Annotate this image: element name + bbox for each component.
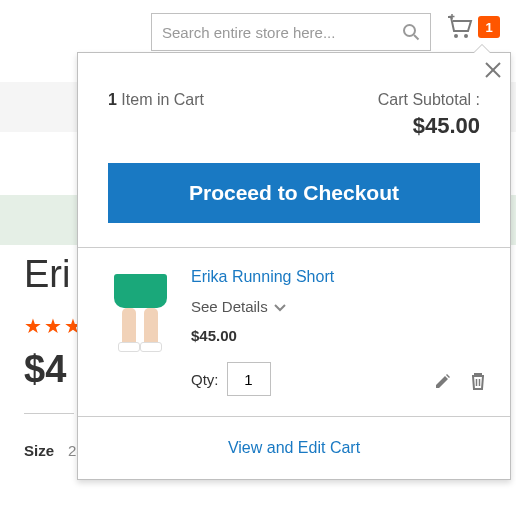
qty-label: Qty: bbox=[191, 371, 219, 388]
rating-stars[interactable]: ★★★ bbox=[24, 314, 85, 338]
cart-item-name[interactable]: Erika Running Short bbox=[191, 268, 480, 286]
subtotal-label: Cart Subtotal : bbox=[378, 91, 480, 109]
cart-item-price: $45.00 bbox=[191, 327, 480, 344]
search-box[interactable] bbox=[151, 13, 431, 51]
view-cart-link[interactable]: View and Edit Cart bbox=[228, 439, 360, 456]
close-icon[interactable] bbox=[484, 61, 502, 83]
svg-point-2 bbox=[454, 34, 458, 38]
cart-item-count: 1 Item in Cart bbox=[108, 91, 204, 139]
proceed-to-checkout-button[interactable]: Proceed to Checkout bbox=[108, 163, 480, 223]
cart-count-badge[interactable]: 1 bbox=[478, 16, 500, 38]
product-price: $4 bbox=[24, 348, 85, 391]
size-attribute: Size28 bbox=[24, 442, 85, 459]
size-label: Size bbox=[24, 442, 54, 459]
svg-point-3 bbox=[464, 34, 468, 38]
qty-input[interactable] bbox=[227, 362, 271, 396]
minicart-popup: 1 Item in Cart Cart Subtotal : $45.00 Pr… bbox=[77, 52, 511, 480]
minicart-footer: View and Edit Cart bbox=[78, 416, 510, 479]
cart-icon[interactable] bbox=[446, 14, 474, 44]
see-details-toggle[interactable]: See Details bbox=[191, 298, 480, 315]
svg-line-1 bbox=[414, 35, 419, 40]
subtotal-value: $45.00 bbox=[378, 113, 480, 139]
svg-point-0 bbox=[404, 25, 415, 36]
product-title: Eri bbox=[24, 253, 85, 296]
chevron-down-icon bbox=[274, 298, 286, 315]
product-thumbnail[interactable] bbox=[108, 268, 173, 356]
trash-icon[interactable] bbox=[470, 372, 486, 394]
cart-item: Erika Running Short See Details $45.00 Q… bbox=[78, 247, 510, 416]
search-input[interactable] bbox=[162, 24, 402, 41]
divider bbox=[24, 413, 74, 414]
edit-icon[interactable] bbox=[434, 372, 452, 394]
search-icon[interactable] bbox=[402, 23, 420, 41]
